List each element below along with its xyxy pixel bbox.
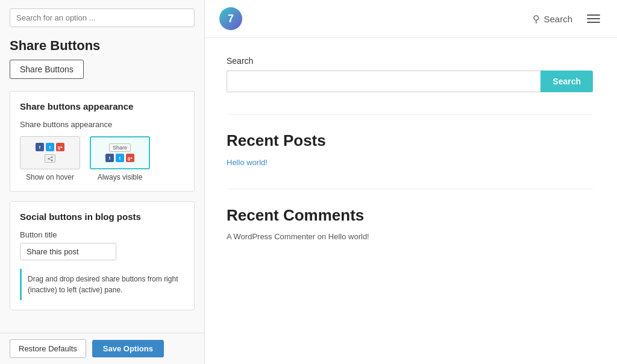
info-text: Drag and drop desired share buttons from… <box>28 275 178 294</box>
appearance-card-subtitle: Share buttons appearance <box>20 120 184 129</box>
visible-fb-icon: f <box>105 154 114 162</box>
top-nav: 7 ⚲ Search <box>205 0 617 38</box>
hover-preview: f t g+ <box>20 136 80 169</box>
right-panel: 7 ⚲ Search Search Search Recent Posts He… <box>205 0 617 364</box>
main-content: Search Search Recent Posts Hello world! … <box>205 38 615 281</box>
appearance-option-hover[interactable]: f t g+ Show on hover <box>20 136 80 181</box>
recent-comments-heading: Recent Comments <box>227 206 593 225</box>
recent-post-link-1[interactable]: Hello world! <box>227 158 268 167</box>
nav-search-label: Search <box>543 14 572 24</box>
hamburger-menu[interactable] <box>584 12 603 25</box>
divider-2 <box>227 189 593 189</box>
svg-line-4 <box>48 158 51 160</box>
left-panel: Share Buttons Share Buttons Share button… <box>0 0 205 364</box>
hamburger-line-1 <box>587 14 600 16</box>
left-panel-footer: Restore Defaults Save Options <box>0 333 204 364</box>
social-card-title: Social buttons in blog posts <box>20 212 184 222</box>
hover-label: Show on hover <box>26 173 74 181</box>
share-buttons-tab[interactable]: Share Buttons <box>10 60 84 79</box>
recent-posts-widget: Recent Posts Hello world! <box>227 131 593 167</box>
visible-label: Always visible <box>98 173 143 181</box>
hamburger-line-3 <box>587 22 600 23</box>
appearance-card-title: Share buttons appearance <box>20 101 184 111</box>
search-bar-input[interactable] <box>227 71 540 92</box>
svg-line-3 <box>48 157 51 158</box>
appearance-option-visible[interactable]: Share f t g+ Always visible <box>90 136 150 181</box>
save-options-button[interactable]: Save Options <box>92 340 164 357</box>
restore-defaults-button[interactable]: Restore Defaults <box>10 339 86 358</box>
search-bar-button[interactable]: Search <box>540 71 593 92</box>
search-widget: Search Search <box>227 56 593 92</box>
info-box: Drag and drop desired share buttons from… <box>20 269 184 300</box>
section-title: Share Buttons <box>10 38 195 54</box>
social-card: Social buttons in blog posts Button titl… <box>10 201 195 310</box>
visible-icons-row: f t g+ <box>105 154 134 162</box>
visible-gp-icon: g+ <box>126 154 134 162</box>
button-title-input[interactable] <box>20 243 116 260</box>
logo-circle: 7 <box>219 7 242 30</box>
search-row: Search <box>227 71 593 92</box>
preview-share-btn: Share <box>109 143 131 152</box>
gp-icon: g+ <box>56 143 64 151</box>
divider-1 <box>227 114 593 115</box>
appearance-card: Share buttons appearance Share buttons a… <box>10 91 195 192</box>
search-option-input[interactable] <box>10 8 195 27</box>
tw-icon: t <box>46 143 54 151</box>
recent-comment-text: A WordPress Commenter on Hello world! <box>227 232 593 241</box>
hamburger-line-2 <box>587 18 600 19</box>
left-panel-scroll: Share Buttons Share Buttons Share button… <box>0 0 204 333</box>
search-widget-label: Search <box>227 56 593 66</box>
appearance-options: f t g+ Show on hover Share <box>20 136 184 181</box>
recent-comments-widget: Recent Comments A WordPress Commenter on… <box>227 206 593 241</box>
nav-search-icon: ⚲ <box>533 13 540 25</box>
recent-posts-heading: Recent Posts <box>227 131 593 150</box>
visible-tw-icon: t <box>116 154 124 162</box>
visible-preview: Share f t g+ <box>90 136 150 169</box>
nav-search-button[interactable]: ⚲ Search <box>533 13 572 25</box>
hover-icons-row: f t g+ <box>36 143 64 151</box>
fb-icon: f <box>36 143 44 151</box>
share-small-icon <box>45 154 55 163</box>
button-title-label: Button title <box>20 230 184 239</box>
